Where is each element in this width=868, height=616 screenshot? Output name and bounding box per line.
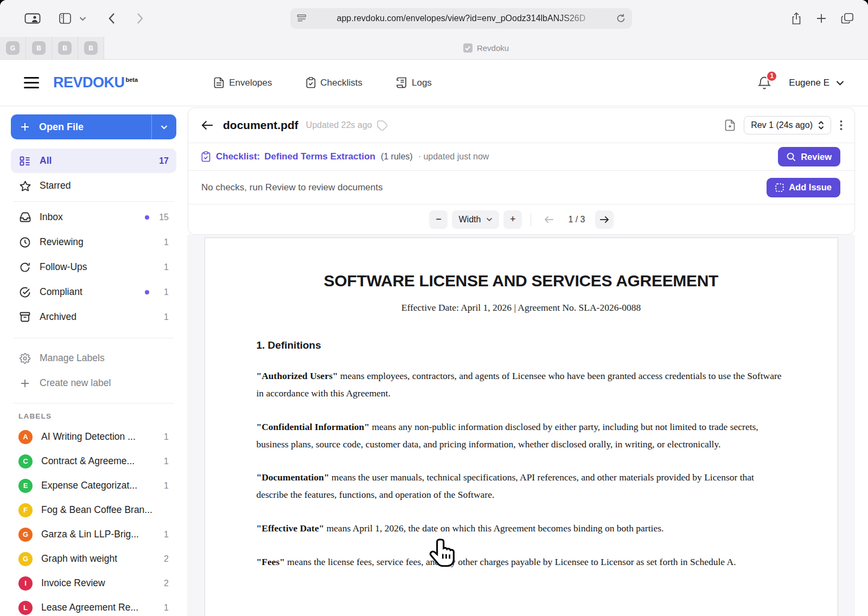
document-header-row: document.pdf Updated 22s ago Rev 1 (24s …	[188, 108, 854, 143]
revision-label: Rev 1 (24s ago)	[751, 120, 813, 130]
app-logo[interactable]: REVDOKUbeta	[53, 74, 138, 91]
label-name: Garza & Lin LLP-Brig...	[41, 529, 139, 540]
add-issue-label: Add Issue	[789, 182, 832, 193]
sidebar-item-all[interactable]: All 17	[11, 149, 176, 173]
sidebar-item-archived[interactable]: Archived 1	[11, 305, 176, 329]
notifications-button[interactable]: 1	[757, 75, 771, 91]
archive-icon	[18, 312, 31, 322]
revision-select[interactable]: Rev 1 (24s ago)	[744, 116, 831, 134]
back-button[interactable]	[108, 12, 115, 24]
menu-button[interactable]	[24, 77, 39, 88]
envelope-doc-icon	[214, 77, 224, 88]
label-item[interactable]: F Fog & Bean Coffee Bran...	[11, 498, 176, 522]
label-count: 1	[158, 481, 169, 491]
tag-icon[interactable]	[376, 120, 387, 131]
checklist-rules-count: (1 rules)	[381, 152, 413, 162]
nav-logs[interactable]: Logs	[396, 77, 432, 88]
label-count: 1	[158, 603, 169, 613]
header-right: 1 Eugene E	[757, 75, 844, 91]
more-options-button[interactable]	[840, 120, 843, 131]
chrome-right-controls	[791, 12, 854, 25]
no-checks-message: No checks, run Review to review document…	[201, 182, 382, 193]
sidebar-toggle-button[interactable]	[59, 12, 72, 24]
sidebar-item-compliant[interactable]: Compliant 1	[11, 280, 176, 304]
reload-icon[interactable]	[616, 14, 626, 23]
zoom-mode-select[interactable]: Width	[452, 210, 499, 229]
pinned-tab-1[interactable]: G	[0, 37, 26, 59]
beta-badge: beta	[126, 76, 138, 83]
label-item[interactable]: E Expense Categorizat... 1	[11, 473, 176, 498]
pinned-tab-3[interactable]: B	[52, 37, 78, 59]
divider	[13, 403, 174, 403]
sidebar-item-followups[interactable]: Follow-Ups 1	[11, 255, 176, 279]
open-file-button[interactable]: Open File	[11, 114, 176, 139]
prev-page-button[interactable]	[540, 210, 558, 229]
label-item[interactable]: G Graph with weight 2	[11, 547, 176, 571]
pdf-document-title: SOFTWARE LICENSE AND SERVICES AGREEMENT	[257, 272, 786, 290]
label-count: 1	[158, 432, 169, 442]
chevron-down-icon	[79, 16, 86, 21]
label-name: Graph with weight	[41, 553, 117, 564]
document-card: document.pdf Updated 22s ago Rev 1 (24s …	[188, 107, 855, 235]
zoom-out-button[interactable]: −	[429, 210, 448, 229]
notification-badge: 1	[766, 70, 777, 82]
active-tab[interactable]: Revdoku	[104, 37, 868, 59]
forward-button[interactable]	[137, 12, 144, 24]
add-revision-icon[interactable]	[725, 119, 735, 131]
add-issue-button[interactable]: Add Issue	[767, 178, 840, 197]
zoom-in-button[interactable]: +	[503, 210, 522, 229]
share-icon	[791, 12, 802, 25]
create-label-button[interactable]: Create new label	[11, 371, 176, 395]
search-icon	[787, 152, 796, 162]
clock-icon	[18, 237, 31, 248]
pdf-paragraph: "Documentation" means the user manuals, …	[257, 469, 786, 504]
back-to-list-button[interactable]	[201, 120, 213, 130]
viewer-toolbar: − Width + 1 / 3	[188, 204, 854, 234]
next-page-button[interactable]	[595, 210, 614, 229]
label-count: 2	[158, 579, 169, 588]
label-name: AI Writing Detection ...	[41, 431, 136, 442]
pinned-tab-4[interactable]: B	[78, 37, 104, 59]
sidebar-item-label: All	[40, 155, 52, 166]
label-name: Contract & Agreeme...	[41, 455, 135, 467]
main-nav: Envelopes Checklists Logs	[214, 77, 432, 88]
pinned-tab-2[interactable]: B	[26, 37, 52, 59]
gear-icon	[18, 353, 31, 364]
pdf-page[interactable]: SOFTWARE LICENSE AND SERVICES AGREEMENT …	[205, 238, 838, 616]
label-item[interactable]: L Lease Agreement Re... 1	[11, 595, 176, 616]
label-item[interactable]: A AI Writing Detection ... 1	[11, 425, 176, 449]
label-name: Expense Categorizat...	[41, 480, 137, 491]
review-button[interactable]: Review	[778, 147, 840, 166]
app-header: REVDOKUbeta Envelopes Checklists Logs 1 …	[0, 60, 868, 106]
sidebar-item-starred[interactable]: Starred	[11, 174, 176, 198]
open-file-dropdown[interactable]	[151, 114, 176, 139]
profile-button[interactable]	[14, 10, 51, 27]
tab-overview-button[interactable]	[841, 12, 854, 24]
manage-labels-button[interactable]: Manage Labels	[11, 346, 176, 370]
sidebar-item-reviewing[interactable]: Reviewing 1	[11, 230, 176, 254]
nav-envelopes[interactable]: Envelopes	[214, 77, 272, 88]
inbox-icon	[18, 212, 31, 222]
clipboard-check-icon	[306, 77, 316, 88]
sidebar-item-inbox[interactable]: Inbox 15	[11, 205, 176, 229]
label-item[interactable]: G Garza & Lin LLP-Brig... 1	[11, 522, 176, 547]
label-name: Fog & Bean Coffee Bran...	[41, 504, 152, 516]
label-item[interactable]: I Invoice Review 2	[11, 571, 176, 595]
label-item[interactable]: C Contract & Agreeme... 1	[11, 449, 176, 473]
unread-dot	[145, 215, 149, 220]
nav-checklists[interactable]: Checklists	[306, 77, 362, 88]
label-avatar: E	[18, 479, 33, 493]
user-name: Eugene E	[789, 78, 829, 88]
sidebar-dropdown-chevron[interactable]	[79, 16, 86, 21]
label-count: 1	[158, 457, 169, 466]
checklist-updated: · updated just now	[418, 152, 489, 162]
new-tab-button[interactable]	[816, 13, 827, 24]
url-bar[interactable]: app.revdoku.com/envelopes/view?id=env_pO…	[290, 8, 632, 29]
checklist-name-link[interactable]: Defined Terms Extraction	[264, 151, 375, 162]
share-button[interactable]	[791, 12, 802, 25]
user-menu[interactable]: Eugene E	[789, 78, 844, 88]
plus-icon	[11, 122, 39, 132]
zoom-mode-label: Width	[458, 215, 481, 224]
profile-icon	[24, 13, 41, 24]
chevron-down-icon	[486, 217, 493, 222]
